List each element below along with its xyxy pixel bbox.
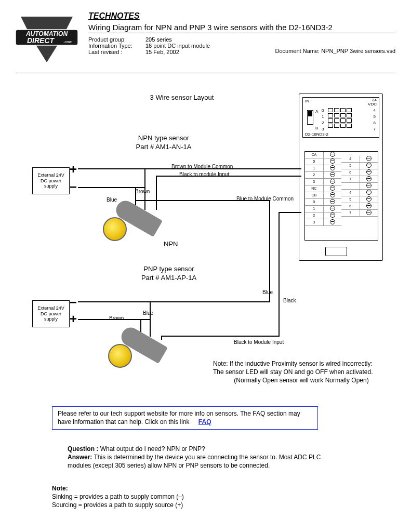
question-label: Question : bbox=[68, 445, 98, 453]
technotes-heading: TECHNOTES bbox=[88, 11, 395, 21]
screw-icon bbox=[366, 169, 372, 175]
wiring-note: Note: If the inductive Proximity sensor … bbox=[213, 360, 390, 385]
faq-info-text: Please refer to our tech support website… bbox=[58, 410, 300, 425]
meta-label: Information Type: bbox=[88, 43, 145, 49]
npn-black-wire-v bbox=[156, 176, 157, 210]
minus-icon: − bbox=[70, 180, 77, 194]
screw-icon bbox=[330, 199, 335, 204]
screw-icon bbox=[366, 163, 372, 168]
npn-brown-label: Brown bbox=[135, 188, 150, 195]
led-num: 4 bbox=[374, 108, 376, 113]
npn-brown-to-common-label: Brown to Module Common bbox=[171, 163, 233, 170]
screw-icon bbox=[330, 212, 335, 218]
meta-label: Product group: bbox=[88, 36, 145, 43]
pnp-brown-label: Brown bbox=[109, 315, 124, 322]
meta-label: Last revised : bbox=[88, 49, 145, 55]
terminal-column-b: 4 5 6 7 4 5 6 7 bbox=[341, 156, 378, 217]
screw-icon bbox=[330, 172, 335, 177]
npn-sensor-face bbox=[103, 217, 127, 241]
terminal-label: 5 bbox=[341, 196, 360, 203]
npn-black-to-input-label: Black to module Input bbox=[179, 171, 229, 178]
pnp-blue-wire-v bbox=[269, 205, 270, 302]
automation-direct-logo: AUTOMATION DIRECT .com bbox=[16, 11, 78, 63]
screw-icon bbox=[366, 196, 372, 202]
screw-icon bbox=[330, 192, 335, 197]
terminal-label: 4 bbox=[341, 190, 360, 196]
led-num: 7 bbox=[374, 127, 376, 131]
pnp-black-wire bbox=[161, 336, 280, 337]
meta-row: Product group: 205 series bbox=[88, 36, 395, 43]
module-b-label: B bbox=[315, 126, 318, 130]
npn-blue-label: Blue bbox=[107, 196, 117, 203]
terminal-label: 1 bbox=[305, 206, 324, 212]
note-line: Sourcing = provides a path to supply sou… bbox=[52, 501, 183, 509]
dip-switch-icon bbox=[307, 110, 313, 125]
terminal-label: 4 bbox=[341, 156, 360, 162]
screw-icon bbox=[330, 206, 335, 211]
meta-value: 205 series bbox=[145, 36, 239, 43]
screw-icon bbox=[330, 179, 335, 184]
screw-icon bbox=[366, 210, 372, 215]
module-door-latch bbox=[325, 247, 347, 256]
pnp-title: PNP type sensor Part # AM1-AP-1A bbox=[125, 265, 213, 283]
screw-icon bbox=[330, 185, 335, 191]
terminal-label: 3 bbox=[305, 179, 324, 185]
screw-icon bbox=[330, 219, 335, 224]
terminal-label: 5 bbox=[341, 163, 360, 169]
screw-icon bbox=[366, 183, 372, 188]
terminal-label: CA bbox=[305, 152, 324, 158]
led-num: 5 bbox=[374, 114, 376, 119]
document-name: Document Name: NPN_PNP 3wire sensors.vsd bbox=[275, 48, 396, 54]
screw-icon bbox=[366, 176, 372, 181]
npn-blue-to-common-label: Blue to Module Common bbox=[236, 195, 294, 202]
screw-icon bbox=[330, 158, 335, 164]
page: AUTOMATION DIRECT .com TECHNOTES Wiring … bbox=[0, 0, 411, 532]
faq-link[interactable]: FAQ bbox=[198, 418, 211, 425]
led-num: 2 bbox=[322, 121, 324, 125]
pnp-black-wire-v bbox=[279, 212, 280, 337]
screw-icon bbox=[330, 152, 335, 157]
divider bbox=[88, 33, 395, 33]
screw-icon bbox=[366, 190, 372, 195]
terminal-label: CB bbox=[305, 192, 324, 198]
screw-icon bbox=[366, 203, 372, 208]
led-num: 0 bbox=[322, 108, 324, 113]
answer-text: This is determined by the device you are… bbox=[68, 454, 321, 469]
terminal-label: 0 bbox=[305, 199, 324, 205]
terminal-label: 1 bbox=[305, 165, 324, 171]
pnp-blue-wire-sensor bbox=[150, 301, 151, 337]
question-text: What output do I need? NPN or PNP? bbox=[98, 445, 205, 453]
terminal-label: 6 bbox=[341, 169, 360, 176]
led-grid bbox=[328, 108, 352, 128]
npn-power-supply: External 24V DC power supply bbox=[32, 167, 70, 194]
screw-icon bbox=[366, 156, 372, 161]
svg-text:.com: .com bbox=[63, 39, 73, 44]
note-line: Sinking = provides a path to supply comm… bbox=[52, 493, 184, 500]
npn-label: NPN bbox=[164, 240, 178, 249]
terminal-column-a: CA 0 1 2 3 NC CB 0 1 2 3 bbox=[305, 152, 341, 226]
pnp-power-supply: External 24V DC power supply bbox=[32, 300, 70, 327]
header-bottom-divider bbox=[16, 73, 395, 73]
plc-module: IN 24 VDC A B 0 1 2 3 4 5 6 7 bbox=[299, 94, 383, 261]
terminal-label: 3 bbox=[305, 219, 324, 225]
led-num: 6 bbox=[374, 121, 376, 125]
meta-value: 16 point DC input module bbox=[145, 43, 239, 49]
svg-text:DIRECT: DIRECT bbox=[27, 36, 55, 45]
terminal-label: NC bbox=[305, 185, 324, 192]
led-num: 3 bbox=[322, 127, 324, 131]
led-num: 1 bbox=[322, 114, 324, 119]
pnp-sensor-face bbox=[108, 344, 132, 368]
module-a-label: A bbox=[315, 109, 318, 114]
pnp-blue-wire bbox=[78, 301, 270, 302]
minus-icon: − bbox=[70, 295, 77, 310]
pnp-black-to-input-label: Black to Module Input bbox=[234, 339, 284, 345]
module-in-label: IN bbox=[305, 99, 309, 103]
sinking-sourcing-note: Note: Sinking = provides a path to suppl… bbox=[52, 484, 322, 510]
terminal-label: 2 bbox=[305, 212, 324, 219]
meta-value: 15 Feb, 2002 bbox=[145, 49, 239, 55]
terminal-label: 2 bbox=[305, 172, 324, 178]
pnp-blue-v-label: Blue bbox=[262, 289, 273, 296]
terminal-label: 7 bbox=[341, 176, 360, 182]
document-title: Wiring Diagram for NPN and PNP 3 wire se… bbox=[88, 23, 395, 32]
plus-icon: + bbox=[70, 312, 77, 326]
